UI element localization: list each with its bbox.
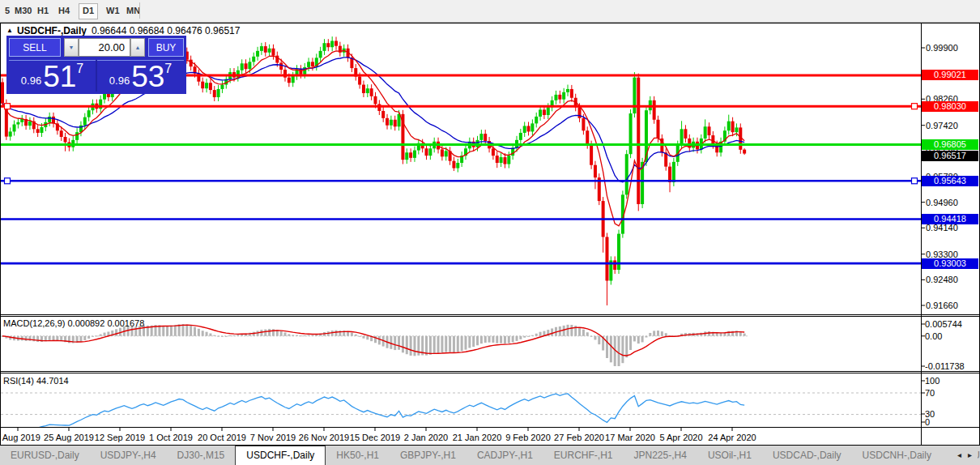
date-label: 9 Feb 2020 [505, 433, 551, 442]
line-handle[interactable] [5, 178, 11, 184]
chart-tab-cadjpyh1[interactable]: CADJPY-,H1 [467, 446, 543, 465]
timeframe-button-MN[interactable]: MN [123, 3, 143, 18]
chart-tab-usoilh1[interactable]: USOil-,H1 [697, 446, 762, 465]
mt4-chart-window: 5M30H1H4D1W1MN ▲USDCHF-,Daily0.96644 0.9… [0, 0, 980, 465]
date-label: 15 Dec 2019 [350, 433, 400, 442]
rsi-axis-label: 0 [925, 417, 930, 427]
toolbar-separator [139, 2, 140, 19]
timeframe-button-M30[interactable]: M30 [11, 3, 35, 18]
rsi-line [6, 394, 744, 431]
sell-price-display[interactable]: 0.96 51 7 [9, 60, 96, 92]
macd-axis-label: 0.005744 [925, 319, 962, 329]
date-label: 7 Nov 2019 [250, 433, 296, 442]
horizontal-level-lines[interactable] [1, 75, 921, 263]
macd-axis-label: 0.00 [925, 331, 942, 341]
date-label: 25 Aug 2019 [44, 433, 94, 442]
sell-button[interactable]: SELL [9, 38, 61, 57]
date-label: 24 Apr 2020 [708, 433, 756, 442]
tab-scroll-right-button[interactable]: ▸ [965, 450, 975, 459]
macd-signal-line [2, 325, 744, 356]
rsi-indicator-label: RSI(14) 44.7014 [3, 376, 69, 386]
chart-tab-hk50h1[interactable]: HK50-,H1 [326, 446, 390, 465]
price-axis-label: 0.94140 [926, 223, 958, 232]
date-label: 2 Jan 2020 [404, 433, 448, 442]
price-tag-0.98030: 0.98030 [922, 101, 978, 112]
bid-price-tag: 0.96517 [922, 151, 978, 161]
date-label: 12 Sep 2019 [95, 433, 145, 442]
collapse-arrow-icon[interactable]: ▲ [6, 27, 13, 34]
chart-tab-dj30m15[interactable]: DJ30-,M15 [167, 446, 236, 465]
timeframe-button-D1[interactable]: D1 [79, 3, 98, 19]
sell-price-big: 51 [43, 61, 76, 92]
rsi-axis-label: 100 [925, 376, 940, 386]
date-label: 6 Aug 2019 [0, 433, 40, 442]
chart-tab-usdjpyh4[interactable]: USDJPY-,H4 [90, 446, 167, 465]
date-label: 20 Oct 2019 [198, 433, 246, 442]
line-handle[interactable] [912, 104, 918, 109]
buy-button[interactable]: BUY [148, 38, 184, 57]
price-tag-0.96805: 0.96805 [922, 139, 978, 150]
sell-price-prefix: 0.96 [21, 75, 41, 87]
chart-symbol-label: USDCHF-,Daily [17, 25, 87, 36]
price-tag-0.99021: 0.99021 [922, 70, 978, 80]
chart-tab-eurusddaily[interactable]: EURUSD-,Daily [0, 446, 90, 465]
sell-price-pip: 7 [76, 62, 83, 92]
price-tag-0.93003: 0.93003 [922, 258, 978, 269]
chart-tab-usdcaddaily[interactable]: USDCAD-,Daily [762, 446, 852, 465]
date-label: 27 Feb 2020 [554, 433, 604, 442]
chart-tab-eurchfh1[interactable]: EURCHF-,H1 [543, 446, 624, 465]
price-axis-label: 0.91660 [926, 301, 958, 310]
timeframe-button-H4[interactable]: H4 [55, 3, 73, 18]
chart-tab-usdchfdaily[interactable]: USDCHF-,Daily [235, 446, 326, 465]
buy-price-display[interactable]: 0.96 53 7 [97, 60, 184, 92]
buy-price-big: 53 [131, 61, 164, 92]
timeframe-toolbar: 5M30H1H4D1W1MN [0, 0, 980, 23]
macd-axis-label: -0.011738 [925, 361, 965, 371]
buy-price-pip: 7 [164, 62, 172, 92]
price-axis-label: 0.99900 [926, 43, 958, 53]
timeframe-button-H1[interactable]: H1 [34, 3, 52, 18]
price-tag-0.95643: 0.95643 [922, 176, 978, 186]
chart-tab-usdcnhdaily[interactable]: USDCNH-,Daily [852, 446, 942, 465]
chart-ohlc-values: 0.96644 0.96684 0.96476 0.96517 [92, 25, 241, 36]
tab-scroll-arrows: ◂▸ [952, 446, 978, 465]
tab-scroll-left-button[interactable]: ◂ [954, 450, 965, 459]
chart-tab-gbpjpyh1[interactable]: GBPJPY-,H1 [390, 446, 467, 465]
line-handle[interactable] [5, 104, 11, 109]
chart-tab-bar: EURUSD-,DailyUSDJPY-,H4DJ30-,M15USDCHF-,… [0, 446, 980, 465]
timeframe-button-W1[interactable]: W1 [103, 3, 123, 18]
date-label: 26 Nov 2019 [299, 433, 349, 442]
volume-increase-button[interactable]: ▲ [130, 38, 145, 57]
date-label: 17 Mar 2020 [605, 433, 655, 442]
macd-indicator-label: MACD(12,26,9) 0.000892 0.001678 [3, 318, 144, 328]
date-label: 1 Oct 2019 [149, 433, 193, 442]
date-label: 21 Jan 2020 [453, 433, 502, 442]
chart-tab-jpn225h4[interactable]: JPN225-,H4 [624, 446, 697, 465]
price-axis-label: 0.94960 [926, 198, 958, 207]
date-label: 5 Apr 2020 [659, 433, 702, 442]
rsi-axis-label: 70 [925, 388, 935, 398]
chart-title: ▲USDCHF-,Daily0.96644 0.96684 0.96476 0.… [6, 25, 240, 36]
price-axis-label: 0.92480 [926, 275, 958, 284]
price-axis-label: 0.97420 [926, 121, 958, 130]
price-tag-0.94418: 0.94418 [922, 214, 978, 224]
volume-decrease-button[interactable]: ▼ [64, 38, 79, 57]
macd-histogram [2, 324, 746, 366]
line-handle[interactable] [912, 178, 918, 184]
buy-price-prefix: 0.96 [109, 75, 130, 87]
volume-input[interactable] [79, 38, 130, 57]
one-click-trading-panel: SELL ▼ ▲ BUY 0.96 51 7 0.96 53 7 [6, 36, 186, 94]
